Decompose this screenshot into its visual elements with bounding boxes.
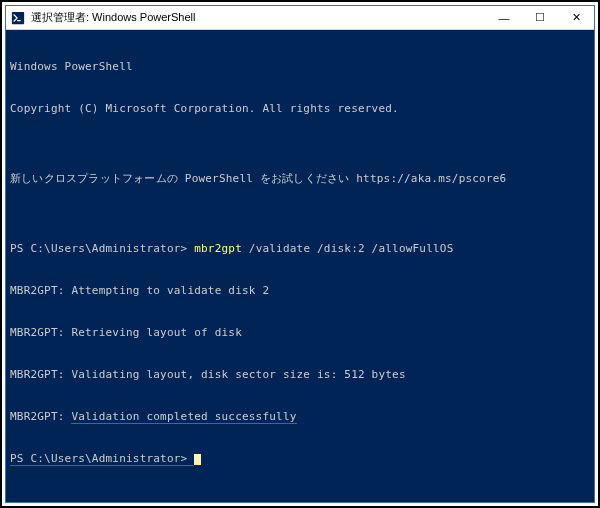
powershell-window: 選択管理者: Windows PowerShell — ☐ ✕ Windows … [5, 5, 595, 503]
prompt: PS C:\Users\Administrator> [10, 452, 194, 465]
terminal-command-line: PS C:\Users\Administrator> mbr2gpt /vali… [10, 242, 590, 256]
terminal-output: Windows PowerShell [10, 60, 590, 74]
terminal-output: MBR2GPT: Attempting to validate disk 2 [10, 284, 590, 298]
terminal-prompt-current: PS C:\Users\Administrator> [10, 452, 590, 466]
minimize-button[interactable]: — [486, 6, 522, 29]
command-name: mbr2gpt [194, 242, 242, 255]
output-prefix: MBR2GPT: [10, 410, 71, 423]
terminal-pane[interactable]: Windows PowerShell Copyright (C) Microso… [6, 30, 594, 502]
terminal-output: MBR2GPT: Validation completed successful… [10, 410, 590, 424]
window-title: 選択管理者: Windows PowerShell [31, 10, 486, 25]
cursor [194, 454, 201, 465]
powershell-icon [10, 10, 26, 26]
terminal-output: MBR2GPT: Retrieving layout of disk [10, 326, 590, 340]
close-button[interactable]: ✕ [558, 6, 594, 29]
maximize-button[interactable]: ☐ [522, 6, 558, 29]
prompt: PS C:\Users\Administrator> [10, 242, 194, 255]
svg-rect-0 [12, 11, 24, 23]
terminal-output: MBR2GPT: Validating layout, disk sector … [10, 368, 590, 382]
window-controls: — ☐ ✕ [486, 6, 594, 29]
titlebar[interactable]: 選択管理者: Windows PowerShell — ☐ ✕ [6, 6, 594, 30]
terminal-output: Copyright (C) Microsoft Corporation. All… [10, 102, 590, 116]
command-args: /validate /disk:2 /allowFullOS [242, 242, 454, 255]
terminal-output: 新しいクロスプラットフォームの PowerShell をお試しください http… [10, 172, 590, 186]
validation-success-text: Validation completed successfully [71, 410, 296, 423]
